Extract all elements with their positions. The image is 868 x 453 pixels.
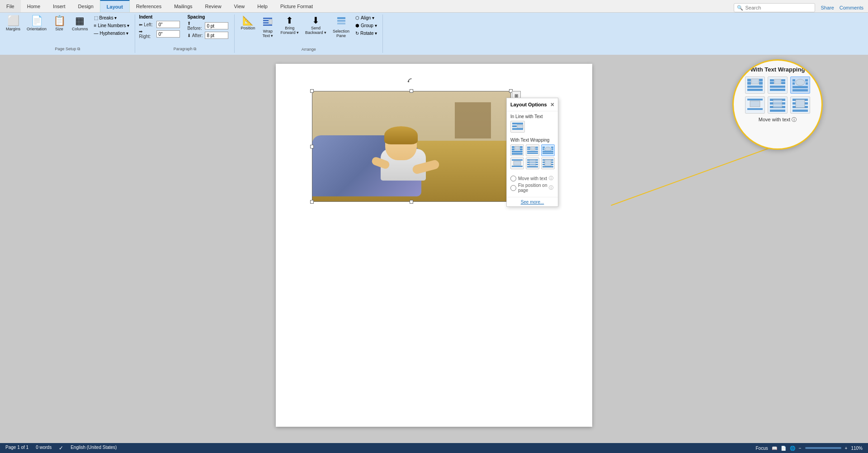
svg-rect-32 bbox=[542, 151, 553, 152]
layout-popup-close-button[interactable]: × bbox=[551, 101, 554, 108]
indent-right-input[interactable] bbox=[156, 30, 180, 38]
hyphenation-button[interactable]: — Hyphenation ▾ bbox=[92, 30, 132, 37]
layout-popup-title: Layout Options bbox=[510, 102, 547, 107]
ribbon-tabs: File Home Insert Design Layout Reference… bbox=[0, 0, 868, 13]
orientation-button[interactable]: 📄 Orientation bbox=[24, 14, 49, 33]
zoom-square-icon[interactable] bbox=[745, 76, 765, 94]
rotate-icon: ↻ bbox=[355, 31, 359, 36]
margins-button[interactable]: ⬜ Margins bbox=[4, 14, 23, 33]
selection-pane-button[interactable]: SelectionPane bbox=[330, 14, 352, 39]
svg-rect-76 bbox=[770, 110, 785, 112]
handle-top-left[interactable] bbox=[310, 89, 314, 93]
position-button[interactable]: 📐 Position bbox=[238, 14, 257, 32]
tab-view[interactable]: View bbox=[228, 0, 251, 12]
line-numbers-button[interactable]: ≡ Line Numbers ▾ bbox=[92, 22, 132, 29]
square-wrap-icon[interactable] bbox=[510, 144, 524, 156]
zoom-slider[interactable] bbox=[805, 447, 841, 449]
svg-rect-30 bbox=[542, 148, 544, 150]
handle-bottom-left[interactable] bbox=[310, 200, 314, 204]
breaks-button[interactable]: ⬚ Breaks ▾ bbox=[92, 14, 132, 21]
spacing-label: Spacing bbox=[187, 14, 228, 19]
web-layout-icon[interactable]: 🌐 bbox=[790, 446, 795, 451]
send-backward-button[interactable]: ⬇ SendBackward ▾ bbox=[303, 14, 329, 36]
spacing-after-input[interactable] bbox=[205, 32, 228, 39]
svg-line-48 bbox=[611, 143, 783, 205]
svg-rect-81 bbox=[793, 110, 808, 112]
align-button[interactable]: ⬡ Align ▾ bbox=[354, 14, 379, 21]
selected-image-container[interactable]: ⊞ bbox=[312, 91, 511, 202]
spacing-after-label: ⬇ After: bbox=[187, 33, 203, 38]
svg-rect-66 bbox=[793, 82, 795, 85]
paragraph-label: Paragraph ⧉ bbox=[135, 47, 234, 52]
inline-icon[interactable] bbox=[510, 121, 525, 133]
bring-forward-button[interactable]: ⬆ BringForward ▾ bbox=[278, 14, 301, 36]
plus-zoom-button[interactable]: + bbox=[845, 446, 848, 451]
svg-rect-19 bbox=[512, 153, 523, 155]
tab-help[interactable]: Help bbox=[251, 0, 274, 12]
search-input[interactable] bbox=[745, 5, 812, 10]
ribbon-body: ⬜ Margins 📄 Orientation 📋 Size ▦ Columns… bbox=[0, 13, 868, 55]
columns-button[interactable]: ▦ Columns bbox=[70, 14, 90, 33]
svg-rect-33 bbox=[542, 153, 553, 154]
tab-design[interactable]: Design bbox=[72, 0, 100, 12]
page-indicator: Page 1 of 1 bbox=[5, 445, 28, 451]
svg-rect-53 bbox=[759, 82, 763, 85]
see-more-link[interactable]: See more... bbox=[521, 200, 544, 205]
topbottom-wrap-icon[interactable] bbox=[510, 157, 524, 169]
minus-zoom-button[interactable]: − bbox=[799, 446, 802, 451]
fix-position-input[interactable] bbox=[510, 185, 516, 191]
svg-rect-56 bbox=[774, 79, 781, 84]
handle-bottom-center[interactable] bbox=[410, 200, 413, 204]
svg-rect-15 bbox=[520, 146, 523, 148]
tab-review[interactable]: Review bbox=[199, 0, 228, 12]
tab-file[interactable]: File bbox=[0, 0, 21, 12]
svg-rect-21 bbox=[527, 147, 530, 148]
svg-rect-12 bbox=[512, 128, 523, 130]
share-button[interactable]: Share bbox=[821, 5, 834, 10]
see-more-section: See more... bbox=[507, 197, 558, 206]
zoom-tight-icon[interactable] bbox=[768, 76, 788, 94]
tab-home[interactable]: Home bbox=[21, 0, 47, 12]
svg-rect-0 bbox=[263, 18, 272, 19]
tab-picture-format[interactable]: Picture Format bbox=[274, 0, 319, 12]
tight-wrap-icon[interactable] bbox=[526, 144, 539, 156]
handle-middle-left[interactable] bbox=[310, 145, 314, 148]
svg-rect-70 bbox=[750, 101, 760, 107]
handle-top-center[interactable] bbox=[410, 89, 413, 93]
zoom-topbottom-icon[interactable] bbox=[745, 96, 765, 114]
move-with-text-radio[interactable]: Move with text ⓘ bbox=[510, 175, 554, 181]
zoom-infront-icon[interactable] bbox=[790, 96, 810, 114]
infront-text-wrap-icon[interactable] bbox=[541, 157, 555, 169]
main-area: ⊞ Layout Options × In Line with Text bbox=[0, 55, 868, 436]
comments-button[interactable]: Comments bbox=[840, 5, 863, 10]
read-mode-icon[interactable]: 📖 bbox=[772, 446, 777, 451]
tab-insert[interactable]: Insert bbox=[47, 0, 72, 12]
wrap-text-button[interactable]: WrapText ▾ bbox=[259, 14, 276, 39]
zoom-behind-icon[interactable] bbox=[768, 96, 788, 114]
group-button[interactable]: ⬢ Group ▾ bbox=[354, 22, 379, 29]
tab-mailings[interactable]: Mailings bbox=[168, 0, 198, 12]
svg-rect-29 bbox=[551, 147, 553, 148]
behind-text-wrap-icon[interactable] bbox=[526, 157, 539, 169]
rotate-handle[interactable] bbox=[407, 77, 416, 86]
focus-button[interactable]: Focus bbox=[756, 446, 768, 451]
radio-section: Move with text ⓘ Fix position onpage ⓘ bbox=[507, 173, 558, 197]
position-icon: 📐 bbox=[242, 16, 254, 25]
move-with-text-input[interactable] bbox=[510, 176, 516, 181]
tab-references[interactable]: References bbox=[130, 0, 168, 12]
zoom-move-with-text: Move with text ⓘ bbox=[738, 116, 817, 123]
spacing-before-input[interactable] bbox=[205, 22, 228, 29]
zoom-through-icon[interactable] bbox=[790, 76, 810, 94]
svg-rect-55 bbox=[747, 89, 763, 91]
svg-rect-36 bbox=[512, 166, 523, 167]
svg-rect-5 bbox=[337, 17, 345, 19]
rotate-button[interactable]: ↻ Rotate ▾ bbox=[354, 30, 379, 37]
status-left: Page 1 of 1 0 words ✓ English (United St… bbox=[5, 445, 117, 451]
through-wrap-icon[interactable] bbox=[541, 144, 555, 156]
size-button[interactable]: 📋 Size bbox=[51, 14, 68, 33]
ribbon-group-paragraph: Indent ⬅ Left: ➡ Right: Spacing ⬆ Before… bbox=[135, 14, 235, 53]
print-layout-icon[interactable]: 📄 bbox=[781, 446, 786, 451]
tab-layout[interactable]: Layout bbox=[100, 0, 130, 12]
fix-position-radio[interactable]: Fix position onpage ⓘ bbox=[510, 183, 554, 193]
indent-left-input[interactable] bbox=[156, 21, 180, 28]
